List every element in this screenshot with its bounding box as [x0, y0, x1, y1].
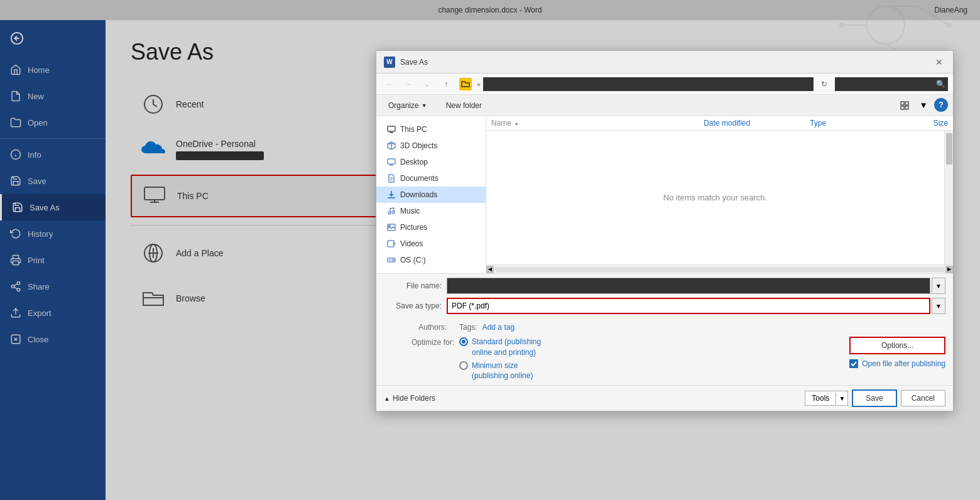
file-content: No items match your search.	[486, 131, 953, 264]
nav-desktop[interactable]: Desktop	[376, 154, 486, 170]
savetype-dropdown-button[interactable]: ▼	[932, 298, 945, 314]
drive-nav-icon	[386, 255, 396, 265]
add-tag-link[interactable]: Add a tag	[482, 323, 514, 332]
nav-label-downloads: Downloads	[400, 190, 437, 199]
svg-rect-40	[388, 159, 395, 164]
nav-label-this-pc: This PC	[400, 125, 427, 134]
scroll-thumb[interactable]	[946, 133, 952, 165]
horizontal-scrollbar[interactable]: ◀ ▶	[486, 264, 953, 273]
refresh-button[interactable]: ↻	[816, 77, 832, 92]
forward-nav-button[interactable]: →	[400, 77, 416, 92]
folder-icon	[459, 78, 472, 90]
view-dropdown-button[interactable]: ▼	[915, 98, 932, 113]
nav-panel: This PC 3D Objects	[376, 116, 486, 273]
nav-os-c[interactable]: OS (C:)	[376, 252, 486, 268]
filename-dropdown-button[interactable]: ▼	[932, 278, 945, 294]
radio-minimum-label: Minimum size(publishing online)	[472, 361, 533, 382]
cancel-button[interactable]: Cancel	[901, 390, 945, 406]
word-app-icon: W	[384, 57, 395, 68]
savetype-label: Save as type:	[384, 302, 447, 310]
save-as-dialog: W Save As ✕ ← → ⌄ ↑ « ↻ 🔍 Organize ▼ New…	[376, 50, 954, 411]
nav-3d-objects[interactable]: 3D Objects	[376, 138, 486, 154]
savetype-select[interactable]: PDF (*.pdf)	[447, 298, 930, 314]
h-scroll-track	[495, 267, 944, 272]
documents-nav-icon	[386, 173, 396, 183]
nav-label-os-c: OS (C:)	[400, 256, 426, 264]
dialog-bottom-buttons: ▲ Hide Folders Tools ▼ Save Cancel	[376, 385, 953, 411]
svg-rect-35	[388, 126, 395, 131]
view-icon	[900, 101, 909, 110]
tags-label: Tags:	[459, 323, 477, 332]
scroll-right-button[interactable]: ▶	[945, 266, 953, 273]
search-bar-redacted[interactable]: 🔍	[835, 77, 948, 91]
organize-label: Organize	[388, 101, 419, 110]
nav-music[interactable]: Music	[376, 203, 486, 219]
file-list-area: Name ▲ Date modified Type Size No items …	[486, 116, 953, 273]
column-headers: Name ▲ Date modified Type Size	[486, 116, 953, 131]
nav-documents[interactable]: Documents	[376, 170, 486, 187]
svg-marker-50	[394, 242, 395, 245]
view-button[interactable]	[896, 98, 913, 113]
organize-dropdown-icon: ▼	[422, 102, 427, 109]
search-icon: 🔍	[936, 80, 945, 89]
svg-rect-33	[901, 106, 904, 109]
nav-downloads[interactable]: Downloads	[376, 187, 486, 203]
new-folder-button[interactable]: New folder	[439, 99, 489, 112]
radio-standard-circle	[459, 337, 468, 346]
save-button[interactable]: Save	[852, 389, 896, 407]
radio-standard-fill	[462, 340, 466, 344]
downloads-nav-icon	[386, 190, 396, 200]
help-button[interactable]: ?	[934, 98, 948, 112]
col-modified-header[interactable]: Date modified	[704, 119, 810, 128]
svg-rect-34	[905, 106, 908, 109]
filename-input-redacted[interactable]	[447, 278, 930, 294]
svg-point-45	[388, 212, 391, 214]
checkmark-icon	[851, 361, 857, 366]
open-after-checkbox-row[interactable]: Open file after publishing	[849, 359, 945, 368]
nav-pictures[interactable]: Pictures	[376, 219, 486, 236]
desktop-nav-icon	[386, 157, 396, 167]
tools-button[interactable]: Tools	[805, 391, 836, 405]
radio-minimum-circle	[459, 361, 468, 370]
dialog-title: Save As	[400, 58, 428, 67]
radio-minimum[interactable]: Minimum size(publishing online)	[459, 361, 812, 382]
tools-dropdown: Tools ▼	[805, 391, 848, 406]
open-after-checkbox	[849, 359, 858, 368]
svg-rect-32	[905, 102, 908, 105]
options-section: Options... Open file after publishing	[849, 337, 945, 368]
this-pc-nav-icon	[386, 124, 396, 134]
svg-rect-49	[388, 241, 394, 247]
back-nav-button[interactable]: ←	[381, 77, 398, 92]
new-folder-label: New folder	[446, 101, 482, 110]
optimize-label: Optimize for:	[384, 337, 459, 347]
dropdown-nav-button[interactable]: ⌄	[419, 77, 435, 92]
browser-area: This PC 3D Objects	[376, 116, 953, 273]
organize-button[interactable]: Organize ▼	[381, 99, 434, 112]
pictures-nav-icon	[386, 222, 396, 232]
filename-form-area: File name: ▼ Save as type: PDF (*.pdf) ▼	[376, 273, 953, 322]
options-button[interactable]: Options...	[849, 337, 945, 354]
radio-standard-label: Standard (publishingonline and printing)	[472, 337, 541, 358]
nav-this-pc[interactable]: This PC	[376, 121, 486, 138]
up-nav-button[interactable]: ↑	[438, 77, 454, 92]
nav-videos[interactable]: Videos	[376, 236, 486, 252]
nav-label-music: Music	[400, 207, 420, 215]
address-bar-redacted[interactable]	[483, 77, 814, 91]
col-size-header[interactable]: Size	[895, 119, 948, 128]
col-type-header[interactable]: Type	[810, 119, 895, 128]
tools-dropdown-arrow[interactable]: ▼	[836, 393, 847, 405]
sort-icon: ▲	[514, 121, 519, 126]
savetype-row: Save as type: PDF (*.pdf) ▼	[384, 298, 945, 314]
authors-label: Authors:	[384, 323, 447, 332]
hide-folders-chevron: ▲	[384, 395, 390, 402]
radio-standard[interactable]: Standard (publishingonline and printing)	[459, 337, 812, 358]
scroll-left-button[interactable]: ◀	[486, 266, 494, 273]
metadata-row: Authors: Tags: Add a tag	[376, 322, 953, 333]
vertical-scrollbar[interactable]	[944, 131, 953, 264]
dialog-titlebar: W Save As ✕	[376, 51, 953, 73]
nav-label-documents: Documents	[400, 174, 438, 183]
hide-folders-toggle[interactable]: ▲ Hide Folders	[384, 394, 435, 403]
dialog-close-button[interactable]: ✕	[933, 56, 945, 68]
open-after-label: Open file after publishing	[862, 359, 945, 368]
col-name-header[interactable]: Name ▲	[491, 119, 704, 128]
